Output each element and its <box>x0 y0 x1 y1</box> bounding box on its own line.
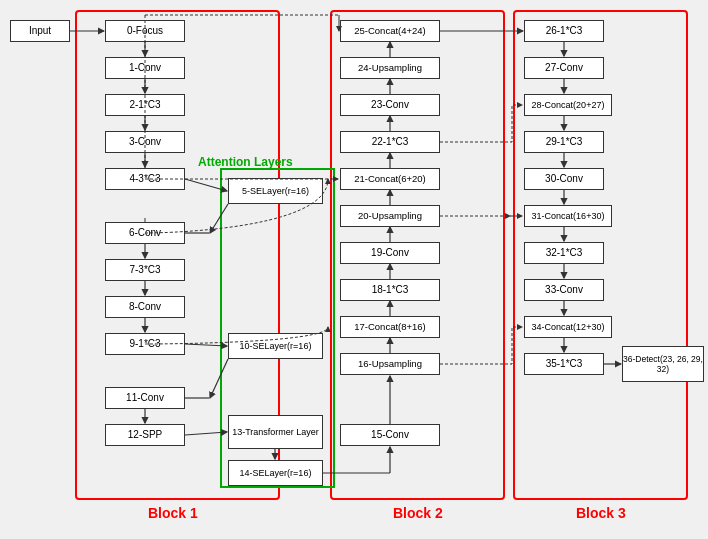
diagram-container: Block 1 Block 2 Block 3 Attention Layers… <box>0 0 708 539</box>
node-12: 12-SPP <box>105 424 185 446</box>
node-11: 11-Conv <box>105 387 185 409</box>
block3-label: Block 3 <box>576 505 626 521</box>
node-23: 23-Conv <box>340 94 440 116</box>
node-26: 26-1*C3 <box>524 20 604 42</box>
node-14: 14-SELayer(r=16) <box>228 460 323 486</box>
node-0: 0-Focus <box>105 20 185 42</box>
node-34: 34-Concat(12+30) <box>524 316 612 338</box>
node-32: 32-1*C3 <box>524 242 604 264</box>
node-22: 22-1*C3 <box>340 131 440 153</box>
node-27: 27-Conv <box>524 57 604 79</box>
node-2: 2-1*C3 <box>105 94 185 116</box>
node-13: 13-Transformer Layer <box>228 415 323 449</box>
node-18: 18-1*C3 <box>340 279 440 301</box>
node-33: 33-Conv <box>524 279 604 301</box>
node-9: 9-1*C3 <box>105 333 185 355</box>
node-17: 17-Concat(8+16) <box>340 316 440 338</box>
node-15: 15-Conv <box>340 424 440 446</box>
node-30: 30-Conv <box>524 168 604 190</box>
block1-label: Block 1 <box>148 505 198 521</box>
node-21: 21-Concat(6+20) <box>340 168 440 190</box>
node-28: 28-Concat(20+27) <box>524 94 612 116</box>
node-input: Input <box>10 20 70 42</box>
node-4: 4-3*C3 <box>105 168 185 190</box>
node-1: 1-Conv <box>105 57 185 79</box>
node-7: 7-3*C3 <box>105 259 185 281</box>
node-25: 25-Concat(4+24) <box>340 20 440 42</box>
attention-label: Attention Layers <box>198 155 293 169</box>
node-29: 29-1*C3 <box>524 131 604 153</box>
node-31: 31-Concat(16+30) <box>524 205 612 227</box>
block2-label: Block 2 <box>393 505 443 521</box>
node-20: 20-Upsampling <box>340 205 440 227</box>
node-24: 24-Upsampling <box>340 57 440 79</box>
node-5: 5-SELayer(r=16) <box>228 178 323 204</box>
node-35: 35-1*C3 <box>524 353 604 375</box>
node-10: 10-SELayer(r=16) <box>228 333 323 359</box>
node-6: 6-Conv <box>105 222 185 244</box>
node-8: 8-Conv <box>105 296 185 318</box>
node-3: 3-Conv <box>105 131 185 153</box>
node-36: 36-Detect(23, 26, 29, 32) <box>622 346 704 382</box>
node-16: 16-Upsampling <box>340 353 440 375</box>
node-19: 19-Conv <box>340 242 440 264</box>
